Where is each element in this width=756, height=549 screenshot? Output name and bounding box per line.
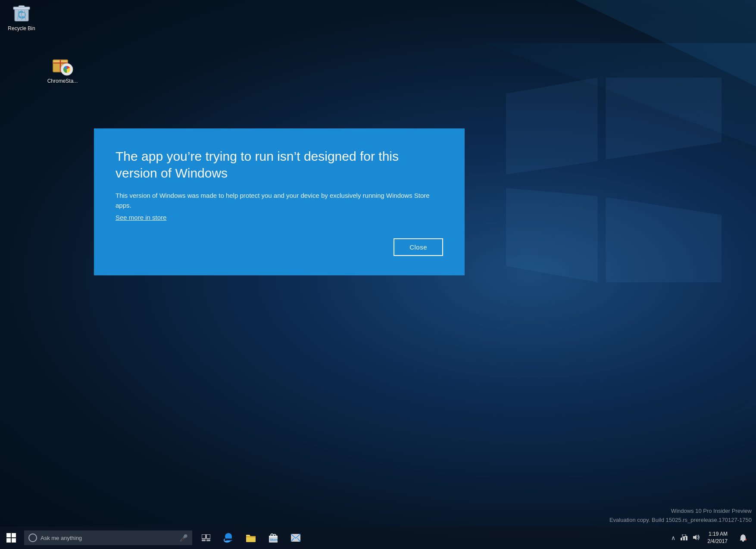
windows-flag-background — [506, 34, 722, 336]
svg-rect-24 — [206, 540, 210, 541]
notifications-button[interactable] — [734, 527, 753, 549]
search-bar[interactable]: Ask me anything 🎤 — [24, 530, 192, 545]
error-dialog: The app you’re trying to run isn’t desig… — [94, 128, 465, 275]
svg-rect-18 — [12, 533, 16, 537]
clock-date: 2/4/2017 — [707, 538, 728, 545]
recycle-bin-icon[interactable]: Recycle Bin — [4, 1, 39, 31]
microphone-icon[interactable]: 🎤 — [179, 534, 188, 542]
svg-rect-26 — [246, 536, 256, 537]
taskbar: Ask me anything 🎤 — [0, 527, 756, 549]
svg-rect-23 — [202, 540, 206, 541]
svg-rect-21 — [202, 534, 206, 539]
svg-rect-33 — [682, 534, 686, 537]
svg-rect-36 — [686, 536, 687, 540]
dialog-title: The app you’re trying to run isn’t desig… — [116, 148, 443, 181]
system-tray: ∧ — [669, 533, 701, 543]
chromesta-icon[interactable]: ChromeSta... — [45, 54, 80, 84]
svg-rect-19 — [6, 538, 11, 543]
svg-marker-2 — [506, 188, 598, 282]
chromesta-image — [51, 54, 74, 76]
svg-rect-35 — [683, 537, 685, 540]
windows-watermark: Windows 10 Pro Insider Preview Evaluatio… — [609, 507, 752, 525]
recycle-bin-label: Recycle Bin — [4, 25, 39, 31]
task-view-button[interactable] — [196, 527, 216, 549]
mail-button[interactable] — [285, 527, 306, 549]
file-explorer-button[interactable] — [241, 527, 261, 549]
taskbar-center-icons: Store — [196, 527, 306, 549]
search-circle-icon — [28, 533, 37, 542]
edge-browser-button[interactable] — [218, 527, 239, 549]
svg-marker-1 — [606, 78, 722, 159]
dialog-close-button[interactable]: Close — [394, 238, 443, 256]
desktop: Recycle Bin — [0, 0, 756, 549]
clock[interactable]: 1:19 AM 2/4/2017 — [704, 530, 731, 545]
network-icon[interactable] — [679, 533, 689, 543]
svg-rect-17 — [6, 533, 11, 537]
svg-rect-20 — [12, 538, 16, 543]
watermark-line2: Evaluation copy. Build 15025.rs_prerelea… — [609, 516, 752, 525]
search-placeholder: Ask me anything — [41, 535, 176, 541]
volume-icon[interactable] — [691, 533, 701, 543]
svg-marker-0 — [506, 78, 598, 175]
svg-marker-41 — [693, 535, 697, 540]
svg-rect-28 — [269, 536, 278, 537]
clock-time: 1:19 AM — [709, 530, 728, 538]
taskbar-right: ∧ — [669, 527, 756, 549]
chromesta-label: ChromeSta... — [45, 78, 80, 84]
show-hidden-icons-button[interactable]: ∧ — [669, 533, 677, 543]
svg-marker-3 — [606, 197, 722, 283]
svg-text:Store: Store — [270, 538, 278, 542]
svg-rect-6 — [19, 6, 25, 7]
store-button[interactable]: Store — [263, 527, 284, 549]
dialog-store-link[interactable]: See more in store — [116, 214, 443, 221]
start-button[interactable] — [0, 527, 22, 549]
dialog-body: This version of Windows was made to help… — [116, 191, 443, 210]
recycle-bin-image — [10, 1, 33, 24]
windows-logo-icon — [6, 533, 16, 543]
watermark-line1: Windows 10 Pro Insider Preview — [609, 507, 752, 516]
svg-rect-34 — [681, 538, 682, 540]
svg-rect-22 — [206, 534, 210, 539]
